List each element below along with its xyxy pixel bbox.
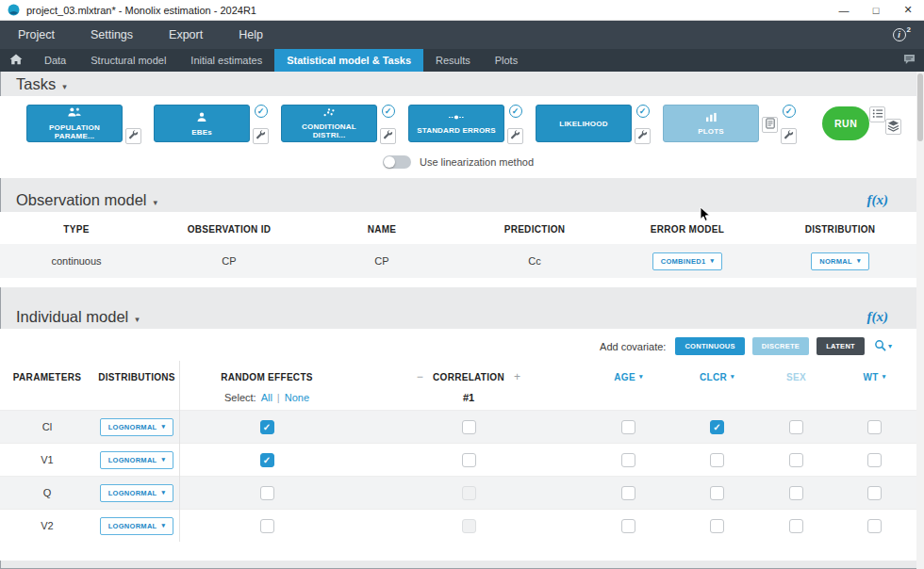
covariate-header-wt[interactable]: WT▾ — [833, 372, 916, 382]
v2-wt-checkbox[interactable] — [867, 519, 882, 533]
add-continuous-covariate-button[interactable]: CONTINUOUS — [675, 337, 744, 355]
maximize-button[interactable]: □ — [860, 0, 892, 21]
conditional-distribution-settings-button[interactable] — [380, 128, 396, 144]
v2-random-effects-checkbox[interactable] — [260, 519, 274, 533]
layers-button[interactable] — [885, 119, 901, 135]
v1-correlation-checkbox[interactable] — [462, 453, 476, 467]
q-random-effects-checkbox[interactable] — [260, 486, 274, 500]
standard-errors-task-checkbox[interactable]: ✓ — [509, 105, 522, 118]
likelihood-task-button[interactable]: LIKELIHOOD — [536, 105, 632, 142]
q-correlation-checkbox[interactable] — [462, 486, 476, 500]
v2-distribution-select[interactable]: LOGNORMAL▾ — [100, 517, 174, 535]
plots-task-button[interactable]: PLOTS — [663, 105, 759, 142]
covariate-header-sex[interactable]: SEX — [760, 372, 833, 382]
chevron-down-icon: ▾ — [710, 257, 714, 265]
plots-report-button[interactable] — [762, 117, 778, 133]
cl-clcr-checkbox[interactable]: ✓ — [710, 420, 724, 434]
population-parameters-settings-button[interactable] — [125, 128, 141, 144]
parameter-row-v2: V2 LOGNORMAL▾ — [0, 509, 916, 542]
covariate-header-age[interactable]: AGE▾ — [583, 372, 674, 382]
select-all-link[interactable]: All — [261, 392, 272, 403]
q-sex-checkbox[interactable] — [789, 486, 803, 500]
add-discrete-covariate-button[interactable]: DISCRETE — [752, 337, 809, 355]
random-effects-column-header: RANDOM EFFECTS — [179, 372, 355, 382]
q-clcr-checkbox[interactable] — [710, 486, 724, 500]
remove-correlation-button[interactable]: − — [417, 370, 423, 383]
individual-model-collapse-toggle[interactable]: Individual model ▾ — [16, 308, 140, 326]
observation-distribution-select[interactable]: NORMAL ▾ — [811, 252, 869, 270]
v2-sex-checkbox[interactable] — [789, 519, 803, 533]
v1-wt-checkbox[interactable] — [867, 453, 882, 467]
minimize-button[interactable]: — — [828, 0, 860, 21]
feedback-chat-button[interactable] — [903, 49, 916, 72]
q-age-checkbox[interactable] — [621, 486, 635, 500]
distribution-value: NORMAL — [819, 257, 852, 266]
home-tab[interactable] — [0, 49, 32, 72]
covariate-header-clcr[interactable]: CLCR▾ — [674, 372, 760, 382]
v1-clcr-checkbox[interactable] — [710, 453, 724, 467]
observation-model-title: Observation model — [16, 191, 147, 209]
menu-settings[interactable]: Settings — [73, 21, 151, 49]
error-model-select[interactable]: COMBINED1 ▾ — [652, 252, 723, 270]
v1-distribution-select[interactable]: LOGNORMAL▾ — [100, 451, 174, 469]
observation-model-collapse-toggle[interactable]: Observation model ▾ — [16, 191, 157, 209]
v2-age-checkbox[interactable] — [621, 519, 635, 533]
menu-help[interactable]: Help — [221, 21, 281, 49]
chevron-down-icon: ▾ — [154, 198, 158, 207]
tab-plots[interactable]: Plots — [483, 49, 530, 72]
tasks-collapse-toggle[interactable]: Tasks ▾ — [16, 75, 67, 93]
notifications-button[interactable]: i 2 — [893, 28, 911, 41]
plots-settings-button[interactable] — [781, 128, 797, 144]
tasks-panel: POPULATION PARAME... EBEs ✓ — [0, 96, 916, 178]
ebes-settings-button[interactable] — [253, 128, 269, 144]
covariate-search-button[interactable]: ▾ — [872, 339, 894, 354]
v1-random-effects-checkbox[interactable]: ✓ — [260, 453, 274, 467]
q-wt-checkbox[interactable] — [867, 486, 882, 500]
ebes-task-button[interactable]: EBEs — [154, 105, 250, 142]
population-parameters-task-button[interactable]: POPULATION PARAME... — [26, 105, 123, 142]
conditional-distribution-task-button[interactable]: CONDITIONAL DISTRI... — [281, 105, 377, 142]
likelihood-task-checkbox[interactable]: ✓ — [636, 105, 650, 118]
error-model-formula-button[interactable]: f(x) — [867, 192, 889, 208]
vertical-scrollbar[interactable] — [916, 72, 924, 569]
observation-table-header: TYPE OBSERVATION ID NAME PREDICTION ERRO… — [0, 212, 916, 244]
scrollbar-thumb[interactable] — [917, 73, 923, 141]
cl-age-checkbox[interactable] — [621, 420, 635, 434]
select-none-link[interactable]: None — [285, 392, 309, 403]
scenario-summary-button[interactable] — [869, 106, 885, 122]
ebes-task-checkbox[interactable]: ✓ — [255, 105, 268, 118]
standard-errors-task-button[interactable]: STANDARD ERRORS — [408, 105, 504, 142]
add-latent-covariate-button[interactable]: LATENT — [817, 337, 865, 355]
tab-results[interactable]: Results — [423, 49, 483, 72]
conditional-distribution-task-checkbox[interactable]: ✓ — [382, 105, 395, 118]
tab-initial-estimates[interactable]: Initial estimates — [178, 49, 274, 72]
tab-statistical-model-tasks[interactable]: Statistical model & Tasks — [274, 49, 423, 72]
run-button[interactable]: RUN — [822, 106, 869, 140]
observation-type: continuous — [0, 255, 153, 267]
tab-structural-model[interactable]: Structural model — [78, 49, 178, 72]
tab-data[interactable]: Data — [32, 49, 78, 72]
add-correlation-button[interactable]: + — [514, 370, 520, 383]
cl-distribution-select[interactable]: LOGNORMAL▾ — [100, 418, 174, 436]
report-document-icon — [766, 118, 775, 132]
menu-project[interactable]: Project — [0, 21, 73, 49]
plots-task-checkbox[interactable]: ✓ — [783, 105, 796, 118]
likelihood-settings-button[interactable] — [635, 128, 651, 144]
chevron-down-icon: ▾ — [135, 315, 140, 324]
individual-model-formula-button[interactable]: f(x) — [867, 309, 889, 325]
cl-wt-checkbox[interactable] — [867, 420, 882, 434]
v1-age-checkbox[interactable] — [621, 453, 635, 467]
v2-clcr-checkbox[interactable] — [710, 519, 724, 533]
standard-errors-settings-button[interactable] — [507, 128, 523, 144]
close-button[interactable]: ✕ — [892, 0, 924, 21]
q-distribution-select[interactable]: LOGNORMAL▾ — [100, 484, 174, 502]
individual-model-table: PARAMETERS DISTRIBUTIONS RANDOM EFFECTS … — [0, 361, 916, 542]
cl-correlation-checkbox[interactable] — [462, 420, 476, 434]
distribution-value: LOGNORMAL — [108, 423, 157, 431]
cl-sex-checkbox[interactable] — [789, 420, 803, 434]
linearization-toggle[interactable] — [383, 155, 411, 169]
cl-random-effects-checkbox[interactable]: ✓ — [260, 420, 274, 434]
v2-correlation-checkbox[interactable] — [462, 519, 476, 533]
v1-sex-checkbox[interactable] — [789, 453, 803, 467]
menu-export[interactable]: Export — [151, 21, 221, 49]
